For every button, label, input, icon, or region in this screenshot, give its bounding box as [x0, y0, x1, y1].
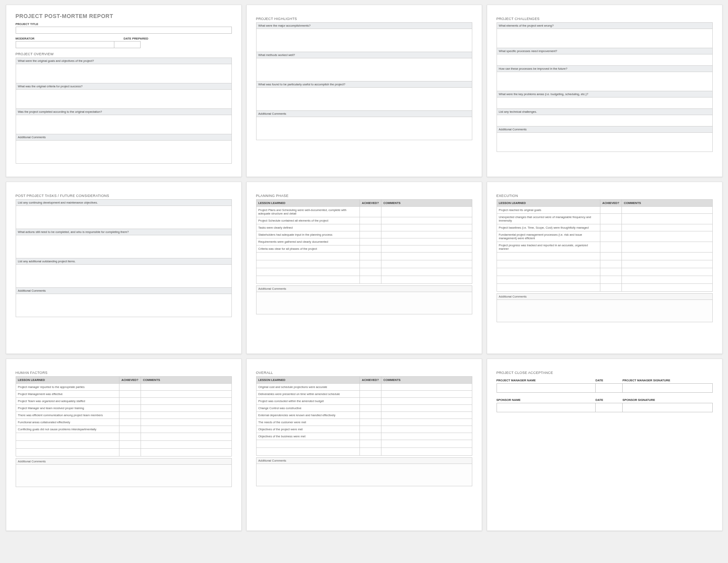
achieved-cell[interactable]: [119, 391, 141, 398]
empty-cell[interactable]: [359, 260, 381, 268]
empty-cell[interactable]: [600, 260, 621, 268]
empty-cell[interactable]: [497, 276, 600, 284]
human-additional-body[interactable]: [16, 464, 232, 487]
comments-cell[interactable]: [381, 224, 472, 231]
empty-cell[interactable]: [256, 260, 359, 268]
comments-cell[interactable]: [141, 412, 231, 419]
empty-cell[interactable]: [359, 253, 381, 260]
pm-name-input[interactable]: [497, 383, 596, 393]
achieved-cell[interactable]: [600, 242, 621, 253]
achieved-cell[interactable]: [119, 412, 141, 419]
overview-q2-body[interactable]: [16, 90, 231, 108]
achieved-cell[interactable]: [600, 207, 621, 214]
comments-cell[interactable]: [381, 412, 472, 419]
empty-cell[interactable]: [497, 253, 600, 260]
empty-cell[interactable]: [256, 440, 359, 448]
empty-cell[interactable]: [381, 268, 472, 276]
achieved-cell[interactable]: [359, 419, 381, 426]
sponsor-name-input[interactable]: [497, 403, 596, 412]
comments-cell[interactable]: [381, 207, 472, 217]
achieved-cell[interactable]: [359, 217, 381, 224]
comments-cell[interactable]: [141, 384, 231, 391]
highlights-additional-body[interactable]: [257, 117, 472, 140]
achieved-cell[interactable]: [359, 245, 381, 253]
overview-additional-body[interactable]: [16, 141, 231, 163]
empty-cell[interactable]: [119, 449, 141, 457]
achieved-cell[interactable]: [359, 384, 381, 391]
execution-additional-body[interactable]: [497, 300, 713, 322]
date-prepared-input[interactable]: [114, 41, 141, 48]
empty-cell[interactable]: [141, 441, 231, 449]
achieved-cell[interactable]: [119, 398, 141, 405]
achieved-cell[interactable]: [119, 419, 141, 426]
empty-cell[interactable]: [497, 260, 600, 268]
empty-cell[interactable]: [119, 441, 141, 449]
achieved-cell[interactable]: [600, 214, 621, 224]
comments-cell[interactable]: [381, 405, 472, 412]
achieved-cell[interactable]: [359, 391, 381, 398]
comments-cell[interactable]: [622, 242, 712, 253]
comments-cell[interactable]: [381, 384, 472, 391]
empty-cell[interactable]: [359, 268, 381, 276]
empty-cell[interactable]: [381, 448, 472, 456]
empty-cell[interactable]: [622, 284, 712, 292]
achieved-cell[interactable]: [359, 207, 381, 217]
sponsor-sig-input[interactable]: [623, 403, 713, 412]
achieved-cell[interactable]: [359, 412, 381, 419]
achieved-cell[interactable]: [359, 224, 381, 231]
overview-q1-body[interactable]: [16, 64, 231, 83]
empty-cell[interactable]: [256, 276, 359, 284]
challenges-q2-body[interactable]: [497, 54, 712, 65]
highlights-q1-body[interactable]: [257, 29, 472, 52]
empty-cell[interactable]: [381, 260, 472, 268]
empty-cell[interactable]: [600, 253, 621, 260]
challenges-q1-body[interactable]: [497, 29, 712, 48]
comments-cell[interactable]: [141, 426, 231, 433]
comments-cell[interactable]: [141, 391, 231, 398]
ppt-q2-body[interactable]: [16, 235, 231, 258]
highlights-q2-body[interactable]: [257, 58, 472, 81]
empty-cell[interactable]: [256, 253, 359, 260]
empty-cell[interactable]: [497, 284, 600, 292]
comments-cell[interactable]: [622, 224, 712, 231]
ppt-q3-body[interactable]: [16, 265, 231, 287]
date-input-2[interactable]: [596, 403, 623, 412]
achieved-cell[interactable]: [600, 231, 621, 242]
comments-cell[interactable]: [141, 405, 231, 412]
comments-cell[interactable]: [622, 214, 712, 224]
empty-cell[interactable]: [381, 276, 472, 284]
empty-cell[interactable]: [600, 276, 621, 284]
overview-q3-body[interactable]: [16, 115, 231, 134]
challenges-additional-body[interactable]: [497, 133, 712, 152]
empty-cell[interactable]: [622, 260, 712, 268]
empty-cell[interactable]: [381, 253, 472, 260]
achieved-cell[interactable]: [359, 231, 381, 238]
empty-cell[interactable]: [359, 440, 381, 448]
project-title-input[interactable]: [16, 27, 232, 34]
challenges-q5-body[interactable]: [497, 115, 712, 126]
empty-cell[interactable]: [497, 268, 600, 276]
comments-cell[interactable]: [141, 419, 231, 426]
empty-cell[interactable]: [381, 440, 472, 448]
achieved-cell[interactable]: [359, 405, 381, 412]
empty-cell[interactable]: [622, 276, 712, 284]
empty-cell[interactable]: [141, 449, 231, 457]
achieved-cell[interactable]: [600, 224, 621, 231]
empty-cell[interactable]: [16, 433, 119, 441]
empty-cell[interactable]: [622, 268, 712, 276]
achieved-cell[interactable]: [119, 405, 141, 412]
empty-cell[interactable]: [600, 284, 621, 292]
empty-cell[interactable]: [16, 449, 119, 457]
comments-cell[interactable]: [381, 426, 472, 433]
comments-cell[interactable]: [381, 419, 472, 426]
ppt-additional-body[interactable]: [16, 294, 231, 317]
moderator-input[interactable]: [16, 41, 114, 48]
comments-cell[interactable]: [622, 207, 712, 214]
comments-cell[interactable]: [381, 391, 472, 398]
achieved-cell[interactable]: [359, 238, 381, 245]
empty-cell[interactable]: [256, 268, 359, 276]
empty-cell[interactable]: [600, 268, 621, 276]
challenges-q3-body[interactable]: [497, 72, 712, 91]
challenges-q4-body[interactable]: [497, 97, 712, 108]
achieved-cell[interactable]: [359, 426, 381, 433]
